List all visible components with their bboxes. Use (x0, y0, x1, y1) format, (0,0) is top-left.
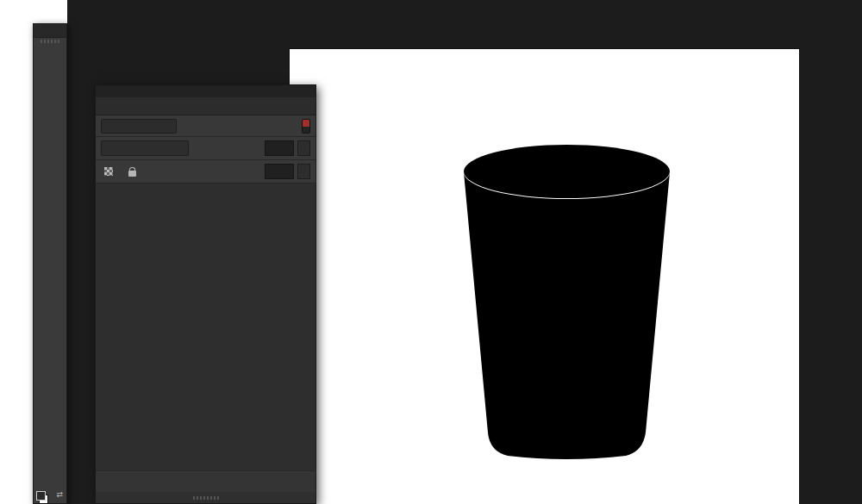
lock-options (104, 167, 136, 177)
layers-panel (95, 84, 316, 504)
fill-value-field[interactable] (265, 164, 294, 179)
blend-mode-row (96, 137, 315, 160)
cup-top-ellipse (464, 145, 670, 198)
lock-all-icon[interactable] (128, 171, 136, 177)
filter-type-dropdown[interactable] (101, 119, 177, 134)
opacity-dropdown-icon[interactable] (297, 140, 310, 156)
cup-body-shape (464, 172, 670, 459)
canvas-artboard[interactable] (290, 49, 799, 504)
filter-toggle-switch[interactable] (302, 119, 310, 134)
lock-transparency-icon[interactable] (104, 167, 113, 176)
panel-resize-grip[interactable] (96, 492, 315, 503)
layers-panel-titlebar (96, 85, 315, 97)
tools-panel-titlebar (34, 24, 66, 38)
blend-mode-dropdown[interactable] (101, 140, 189, 156)
tools-panel: ⇄ (33, 23, 67, 504)
fill-dropdown-icon[interactable] (297, 164, 310, 179)
layers-panel-bottom-bar (96, 470, 315, 492)
panel-grip[interactable] (34, 38, 66, 44)
foreground-color-swatch[interactable] (36, 491, 46, 501)
tool-list (34, 44, 66, 489)
panel-tabs (96, 97, 315, 115)
red-cup-graphic (290, 49, 799, 504)
swap-colors-icon[interactable]: ⇄ (56, 490, 63, 499)
layer-filter-row (96, 115, 315, 137)
opacity-value-field[interactable] (265, 140, 294, 156)
lock-row (96, 160, 315, 184)
layer-list (96, 184, 315, 470)
foreground-background-swatches[interactable]: ⇄ (34, 489, 66, 503)
